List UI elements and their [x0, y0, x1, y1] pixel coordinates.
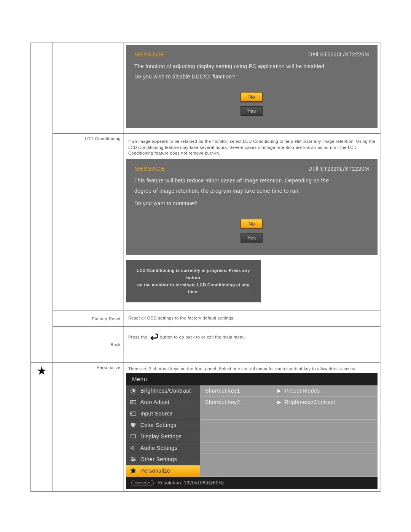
svg-line-8	[135, 388, 135, 389]
ddcci-dialog: MESSAGE Dell ST2220L/ST2220M The functio…	[126, 45, 378, 128]
section-icon-placeholder	[31, 42, 53, 363]
menu-item-color-settings[interactable]: Color Settings	[126, 420, 200, 431]
back-text-post: button to go back to or exit the main me…	[160, 335, 246, 339]
menu-item-label: Personalize	[140, 468, 170, 474]
label-lcd-conditioning: LCD Conditioning	[53, 134, 123, 310]
audio-settings-icon	[130, 444, 137, 451]
blank-row	[200, 465, 378, 477]
star-icon	[130, 467, 137, 474]
resolution-label: Resolution: 1920x1080@60Hz	[158, 480, 225, 486]
brightness-icon	[130, 387, 137, 394]
menu-item-label: Display Settings	[140, 433, 182, 439]
progress-line: LCD Conditioning is currently in progres…	[135, 267, 252, 281]
progress-line: on the monitor to terminate LCD Conditio…	[135, 281, 252, 296]
blank-label	[53, 42, 123, 134]
menu-item-label: Brightness/Contrast	[140, 388, 191, 394]
blank-row	[200, 431, 378, 443]
lcd-description: If an image appears to be retained on th…	[126, 136, 378, 159]
display-settings-icon	[130, 433, 137, 440]
yes-button[interactable]: Yes	[241, 233, 263, 243]
back-icon	[150, 333, 158, 341]
menu-item-other-settings[interactable]: Other Settings	[126, 454, 200, 465]
dialog-line: The function of adjusting display settin…	[134, 61, 369, 72]
svg-point-18	[132, 457, 133, 459]
label-factory-reset: Factory Reset	[53, 310, 123, 327]
lcd-dialog: MESSAGE Dell ST2220L/ST2220M This featur…	[126, 159, 378, 255]
no-button[interactable]: No	[241, 219, 263, 228]
star-icon: ★	[37, 365, 47, 377]
energy-badge: ENERGY	[131, 480, 154, 486]
svg-line-5	[131, 388, 132, 389]
menu-item-label: Input Source	[140, 411, 173, 417]
shortcut-row-1[interactable]: Shortcut key1 ▶ Preset Modes	[200, 385, 378, 397]
svg-line-6	[135, 392, 135, 393]
caret-right-icon: ▶	[277, 399, 281, 405]
blank-row	[200, 443, 378, 454]
blank-row	[200, 408, 378, 420]
menu-item-auto-adjust[interactable]: Auto Adjust	[126, 397, 200, 408]
label-back: Back	[53, 327, 123, 363]
lcd-progress-notice: LCD Conditioning is currently in progres…	[126, 260, 261, 302]
menu-item-label: Other Settings	[140, 456, 177, 462]
model-label: Dell ST2220L/ST2220M	[309, 51, 369, 58]
dialog-line: Do you wish to disable DDC/CI function?	[134, 72, 369, 82]
dialog-title: MESSAGE	[134, 165, 165, 172]
blank-row	[200, 420, 378, 431]
other-settings-icon	[130, 456, 137, 463]
auto-adjust-icon	[130, 399, 137, 406]
svg-line-7	[131, 392, 132, 393]
section-icon-personalize: ★	[31, 363, 53, 491]
menu-title: Menu	[126, 373, 378, 385]
menu-item-input-source[interactable]: Input Source	[126, 408, 200, 420]
menu-left-pane: Brightness/Contrast Auto Adjust Input So…	[126, 385, 200, 477]
menu-item-display-settings[interactable]: Display Settings	[126, 431, 200, 443]
yes-button[interactable]: Yes	[241, 106, 263, 116]
factory-reset-description: Reset all OSD settings to the factory de…	[126, 313, 378, 324]
svg-point-20	[132, 460, 134, 461]
dialog-line: degree of image retention, the program m…	[134, 186, 369, 196]
blank-row	[200, 454, 378, 465]
svg-point-13	[132, 425, 134, 427]
shortcut-row-2[interactable]: Shortcut key2 ▶ Brightness/Contrast	[200, 397, 378, 408]
shortcut-value: Preset Modes	[285, 388, 320, 394]
model-label: Dell ST2220L/ST2220M	[309, 166, 369, 172]
color-settings-icon	[130, 422, 137, 428]
menu-item-brightness-contrast[interactable]: Brightness/Contrast	[126, 385, 200, 397]
dialog-line: This feature will help reduce minor case…	[134, 176, 369, 186]
menu-item-personalize[interactable]: Personalize	[126, 465, 200, 477]
menu-item-label: Auto Adjust	[140, 399, 169, 405]
dialog-line: Do you want to continue?	[134, 198, 369, 209]
menu-item-audio-settings[interactable]: Audio Settings	[126, 443, 200, 454]
svg-rect-14	[131, 435, 136, 438]
caret-right-icon: ▶	[277, 388, 281, 393]
svg-point-19	[134, 459, 135, 460]
menu-right-pane: Shortcut key1 ▶ Preset Modes Shortcut ke…	[200, 385, 378, 477]
no-button[interactable]: No	[241, 92, 263, 102]
label-personalize: Personalize	[53, 363, 123, 491]
osd-menu: Menu Brightness/Contrast Auto Adjust	[126, 373, 378, 489]
shortcut-label: Shortcut key2	[205, 399, 277, 405]
dialog-title: MESSAGE	[134, 51, 165, 58]
shortcut-value: Brightness/Contrast	[285, 399, 335, 405]
back-text-pre: Press the	[128, 335, 147, 339]
input-source-icon	[130, 410, 137, 417]
menu-item-label: Color Settings	[140, 422, 177, 428]
personalize-description: There are 2 shortcut keys on the front p…	[126, 365, 378, 372]
shortcut-label: Shortcut key1	[205, 388, 277, 394]
menu-item-label: Audio Settings	[140, 445, 177, 451]
